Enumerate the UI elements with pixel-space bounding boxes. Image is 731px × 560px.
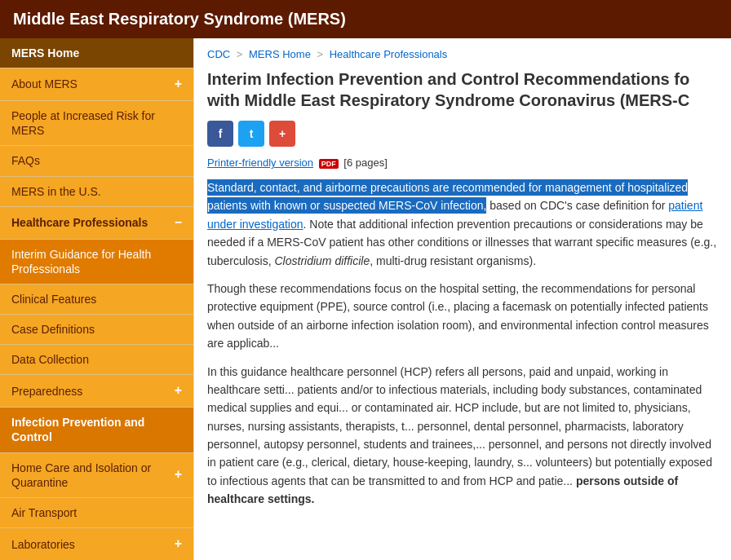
sidebar-label-faqs: FAQs [11, 153, 40, 168]
header-title: Middle East Respiratory Syndrome (MERS) [13, 10, 346, 28]
facebook-button[interactable]: f [207, 121, 233, 147]
sidebar-item-interim-guidance[interactable]: Interim Guidance for Health Professional… [0, 240, 193, 284]
sidebar-item-healthcare-professionals[interactable]: Healthcare Professionals− [0, 207, 193, 240]
sidebar-icon-preparedness: + [175, 382, 182, 399]
sidebar-item-air-transport[interactable]: Air Transport [0, 498, 193, 528]
sidebar-label-case-definitions: Case Definitions [11, 322, 95, 337]
sidebar-item-home-care[interactable]: Home Care and Isolation or Quarantine+ [0, 453, 193, 498]
sidebar-label-clinical-features: Clinical Features [11, 292, 96, 306]
sidebar-label-air-transport: Air Transport [11, 505, 77, 520]
sidebar-icon-about-mers: + [175, 76, 182, 93]
sidebar-icon-laboratories: + [175, 536, 182, 553]
sidebar: MERS HomeAbout MERS+People at Increased … [0, 38, 194, 560]
printer-link[interactable]: Printer-friendly version [207, 157, 313, 169]
sidebar-label-home-care: Home Care and Isolation or Quarantine [11, 461, 175, 490]
sidebar-item-faqs[interactable]: FAQs [0, 146, 193, 176]
page-title: Interim Infection Prevention and Control… [207, 68, 718, 111]
sidebar-item-people-risk[interactable]: People at Increased Risk for MERS [0, 101, 193, 146]
main-content: CDC > MERS Home > Healthcare Professiona… [194, 38, 731, 560]
breadcrumb-cdc[interactable]: CDC [207, 48, 230, 60]
sidebar-item-laboratories[interactable]: Laboratories+ [0, 528, 193, 560]
sidebar-item-preparedness[interactable]: Preparedness+ [0, 375, 193, 408]
sidebar-item-mers-home[interactable]: MERS Home [0, 38, 193, 68]
sidebar-label-healthcare-professionals: Healthcare Professionals [11, 215, 148, 230]
sidebar-label-interim-guidance: Interim Guidance for Health Professional… [11, 247, 182, 276]
twitter-button[interactable]: t [238, 121, 264, 147]
plus-button[interactable]: + [269, 121, 295, 147]
pdf-icon: PDF [319, 159, 339, 169]
sidebar-label-mers-us: MERS in the U.S. [11, 184, 101, 199]
printer-line: Printer-friendly version PDF [6 pages] [207, 157, 718, 169]
paragraph-1: Standard, contact, and airborne precauti… [207, 179, 718, 270]
sidebar-item-about-mers[interactable]: About MERS+ [0, 68, 193, 101]
sidebar-item-infection-prevention[interactable]: Infection Prevention and Control [0, 408, 193, 452]
sidebar-label-preparedness: Preparedness [11, 384, 82, 399]
sidebar-label-people-risk: People at Increased Risk for MERS [11, 108, 182, 138]
sidebar-label-data-collection: Data Collection [11, 352, 89, 367]
breadcrumb: CDC > MERS Home > Healthcare Professiona… [207, 48, 718, 60]
sidebar-item-mers-us[interactable]: MERS in the U.S. [0, 177, 193, 207]
sidebar-item-data-collection[interactable]: Data Collection [0, 345, 193, 375]
breadcrumb-mers-home[interactable]: MERS Home [249, 48, 311, 60]
sidebar-icon-healthcare-professionals: − [175, 214, 182, 231]
sidebar-item-case-definitions[interactable]: Case Definitions [0, 315, 193, 345]
sidebar-label-mers-home: MERS Home [11, 46, 79, 60]
sidebar-label-infection-prevention: Infection Prevention and Control [11, 415, 182, 444]
paragraph-2: Though these recommendations focus on th… [207, 280, 718, 353]
bold-text: persons outside of healthcare settings. [207, 474, 678, 505]
social-bar: f t + [207, 121, 718, 147]
breadcrumb-healthcare[interactable]: Healthcare Professionals [330, 48, 448, 60]
paragraph-3: In this guidance healthcare personnel (H… [207, 363, 718, 509]
page-header: Middle East Respiratory Syndrome (MERS) [0, 0, 731, 38]
sidebar-item-clinical-features[interactable]: Clinical Features [0, 284, 193, 315]
sidebar-label-about-mers: About MERS [11, 77, 78, 91]
pages-count: [6 pages] [343, 157, 388, 169]
sidebar-label-laboratories: Laboratories [11, 537, 75, 552]
sidebar-icon-home-care: + [175, 466, 182, 483]
